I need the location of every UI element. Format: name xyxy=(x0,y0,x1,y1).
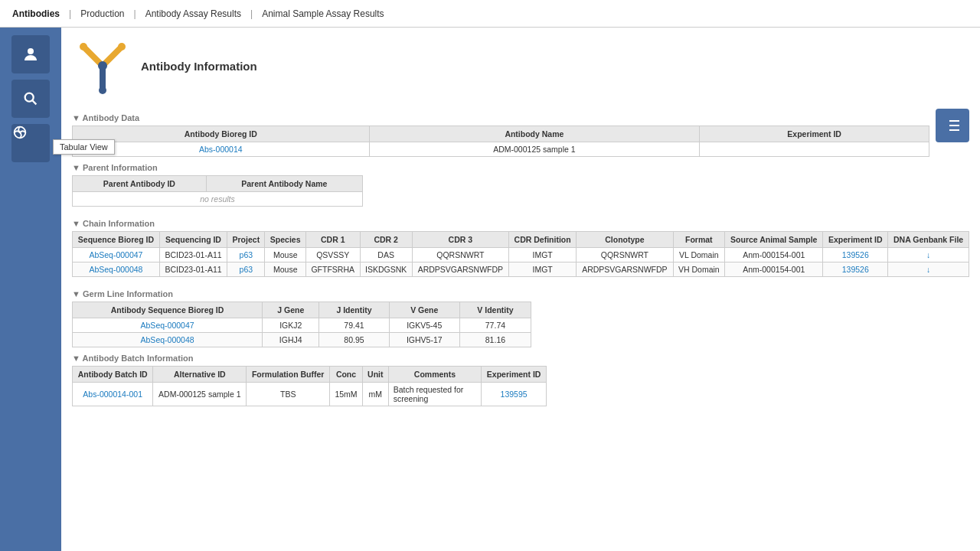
chain-clonotype-1: ARDPSVGARSNWFDP xyxy=(577,262,673,277)
col-dna: DNA Genbank File xyxy=(888,232,969,248)
col-gl-ab-seq-id: Antibody Sequence Bioreg ID xyxy=(73,302,263,318)
svg-point-7 xyxy=(80,43,87,51)
action-button[interactable] xyxy=(936,109,969,142)
chain-expid-1[interactable]: 139526 xyxy=(823,262,888,277)
col-bioreg-id: Antibody Bioreg ID xyxy=(73,126,370,142)
top-nav: Antibodies | Production | Antibody Assay… xyxy=(0,0,980,28)
chain-species-0: Mouse xyxy=(265,248,305,262)
chain-cdr1-0: QSVSSY xyxy=(305,248,360,262)
antibody-icon xyxy=(72,35,133,96)
parent-info-header: ▼ Parent Information xyxy=(72,163,929,172)
col-batch-exp-id: Experiment ID xyxy=(482,367,547,383)
chain-seq-id-1: BCID23-01-A11 xyxy=(159,262,227,277)
batch-conc-0: 15mM xyxy=(330,383,363,406)
nav-sep-1: | xyxy=(69,8,71,19)
col-gl-v-gene: V Gene xyxy=(389,302,459,318)
no-results-row: no results xyxy=(73,192,363,207)
tabular-view-button[interactable]: Tabular View xyxy=(11,124,50,162)
chain-dna-0[interactable]: ↓ xyxy=(888,248,969,262)
germline-info-header: ▼ Germ Line Information xyxy=(72,289,969,298)
col-cdr3: CDR 3 xyxy=(412,232,508,248)
svg-line-2 xyxy=(32,100,36,104)
col-gl-j-gene: J Gene xyxy=(263,302,319,318)
chain-source-0: Anm-000154-001 xyxy=(725,248,823,262)
table-row: AbSeq-000047 BCID23-01-A11 p63 Mouse QSV… xyxy=(73,248,969,262)
chain-expid-0[interactable]: 139526 xyxy=(823,248,888,262)
chain-project-1[interactable]: p63 xyxy=(227,262,265,277)
col-unit: Unit xyxy=(362,367,388,383)
svg-point-1 xyxy=(25,93,34,102)
nav-assay-results[interactable]: Antibody Assay Results xyxy=(142,7,244,21)
search-button[interactable] xyxy=(11,80,50,118)
chain-cdr3-1: ARDPSVGARSNWFDP xyxy=(412,262,508,277)
table-row: AbSeq-000048 BCID23-01-A11 p63 Mouse GFT… xyxy=(73,262,969,277)
col-gl-v-identity: V Identity xyxy=(459,302,531,318)
content-area: Antibody Information ▼ Antibody Data Ant… xyxy=(61,28,980,551)
col-seq-id: Sequencing ID xyxy=(159,232,227,248)
chain-cdrdef-0: IMGT xyxy=(508,248,576,262)
table-row: Abs-000014 ADM-000125 sample 1 xyxy=(73,142,929,157)
batch-exp-id-0[interactable]: 139595 xyxy=(482,383,547,406)
chain-dna-1[interactable]: ↓ xyxy=(888,262,969,277)
ab-name: ADM-000125 sample 1 xyxy=(369,142,700,157)
chain-seq-bioreg-1[interactable]: AbSeq-000048 xyxy=(73,262,160,277)
chain-seq-bioreg-0[interactable]: AbSeq-000047 xyxy=(73,248,160,262)
col-seq-bioreg: Sequence Bioreg ID xyxy=(73,232,160,248)
batch-info-table: Antibody Batch ID Alternative ID Formula… xyxy=(72,366,547,406)
table-row: AbSeq-000047 IGKJ2 79.41 IGKV5-45 77.74 xyxy=(73,318,531,333)
parent-info-table: Parent Antibody ID Parent Antibody Name … xyxy=(72,175,363,207)
col-chain-exp-id: Experiment ID xyxy=(823,232,888,248)
col-gl-j-identity: J Identity xyxy=(319,302,389,318)
chain-table-container: Sequence Bioreg ID Sequencing ID Project… xyxy=(72,231,969,283)
chain-cdr1-1: GFTFSRHA xyxy=(305,262,360,277)
gl-j-identity-1: 80.95 xyxy=(319,333,389,347)
nav-animal-assay[interactable]: Animal Sample Assay Results xyxy=(259,7,387,21)
main-layout: Tabular View Antibody Information xyxy=(0,28,980,551)
col-exp-id: Experiment ID xyxy=(700,126,929,142)
batch-id-0[interactable]: Abs-000014-001 xyxy=(73,383,153,406)
user-button[interactable] xyxy=(11,35,50,73)
gl-j-identity-0: 79.41 xyxy=(319,318,389,333)
ab-exp-id xyxy=(700,142,929,157)
chain-info-header: ▼ Chain Information xyxy=(72,219,969,228)
gl-ab-seq-1[interactable]: AbSeq-000048 xyxy=(73,333,263,347)
chain-cdr3-0: QQRSNWRT xyxy=(412,248,508,262)
col-project: Project xyxy=(227,232,265,248)
col-source: Source Animal Sample xyxy=(725,232,823,248)
chain-format-0: VL Domain xyxy=(673,248,725,262)
batch-unit-0: mM xyxy=(362,383,388,406)
svg-point-9 xyxy=(99,86,106,94)
batch-form-buffer-0: TBS xyxy=(247,383,330,406)
col-parent-ab-name: Parent Antibody Name xyxy=(206,176,362,192)
antibody-data-table: Antibody Bioreg ID Antibody Name Experim… xyxy=(72,126,929,157)
chain-source-1: Anm-000154-001 xyxy=(725,262,823,277)
gl-v-gene-0: IGKV5-45 xyxy=(389,318,459,333)
nav-sep-2: | xyxy=(134,8,136,19)
ab-header: Antibody Information xyxy=(72,35,969,96)
nav-sep-3: | xyxy=(250,8,253,19)
sidebar: Tabular View xyxy=(0,28,61,551)
col-conc: Conc xyxy=(330,367,363,383)
col-form-buffer: Formulation Buffer xyxy=(247,367,330,383)
chain-clonotype-0: QQRSNWRT xyxy=(577,248,673,262)
gl-ab-seq-0[interactable]: AbSeq-000047 xyxy=(73,318,263,333)
col-batch-id: Antibody Batch ID xyxy=(73,367,153,383)
gl-j-gene-1: IGHJ4 xyxy=(263,333,319,347)
svg-point-8 xyxy=(118,43,126,51)
batch-alt-id-0: ADM-000125 sample 1 xyxy=(153,383,247,406)
ab-bioreg-id[interactable]: Abs-000014 xyxy=(73,142,370,157)
table-row: Abs-000014-001 ADM-000125 sample 1 TBS 1… xyxy=(73,383,547,406)
batch-comments-0: Batch requested for screening xyxy=(388,383,482,406)
nav-antibodies[interactable]: Antibodies xyxy=(9,7,63,21)
col-clonotype: Clonotype xyxy=(577,232,673,248)
chain-cdr2-1: ISKDGSNK xyxy=(360,262,412,277)
nav-production[interactable]: Production xyxy=(77,7,127,21)
chain-cdrdef-1: IMGT xyxy=(508,262,576,277)
gl-v-gene-1: IGHV5-17 xyxy=(389,333,459,347)
no-results-text: no results xyxy=(73,192,363,207)
germline-table: Antibody Sequence Bioreg ID J Gene J Ide… xyxy=(72,302,531,347)
svg-point-0 xyxy=(28,48,34,54)
col-format: Format xyxy=(673,232,725,248)
chain-project-0[interactable]: p63 xyxy=(227,248,265,262)
col-alt-id: Alternative ID xyxy=(153,367,247,383)
